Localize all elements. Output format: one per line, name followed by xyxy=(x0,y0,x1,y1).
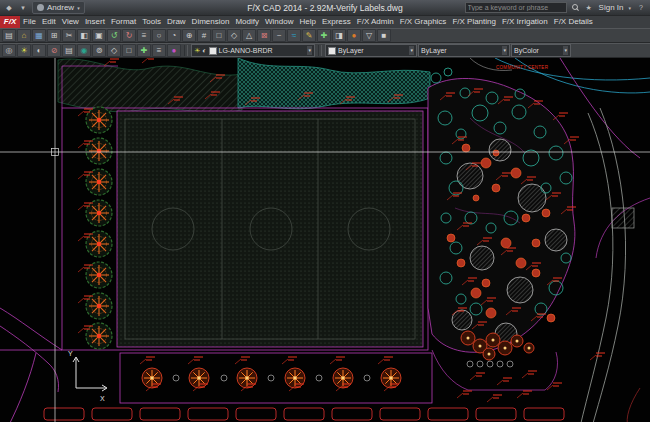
shrub-symbol[interactable] xyxy=(507,277,533,303)
tree-symbol[interactable] xyxy=(381,368,401,388)
menu-help[interactable]: Help xyxy=(296,16,318,28)
circle-tool-icon[interactable]: ○ xyxy=(152,29,166,42)
plant-symbol[interactable] xyxy=(542,209,550,217)
plant-symbol[interactable] xyxy=(486,308,496,318)
spline-tool-icon[interactable]: ~ xyxy=(272,29,286,42)
plant-symbol[interactable] xyxy=(511,168,521,178)
menu-f-x-admin[interactable]: F/X Admin xyxy=(354,16,397,28)
layer-freeze-icon[interactable]: ◐ xyxy=(32,44,46,57)
polygon-tool-icon[interactable]: ◇ xyxy=(227,29,241,42)
search-icon[interactable] xyxy=(572,4,579,11)
copy-icon[interactable]: ◧ xyxy=(77,29,91,42)
plant-symbol[interactable] xyxy=(524,343,534,353)
tree-symbol[interactable] xyxy=(86,107,112,133)
shrub-symbol[interactable] xyxy=(470,246,494,270)
plant-symbol[interactable] xyxy=(511,335,523,347)
plant-symbol[interactable] xyxy=(532,239,540,247)
building-footprint[interactable] xyxy=(612,208,634,228)
tree-symbol[interactable] xyxy=(189,368,209,388)
tree-symbol[interactable] xyxy=(285,368,305,388)
plant-symbol[interactable] xyxy=(462,144,470,152)
menu-f-x-graphics[interactable]: F/X Graphics xyxy=(397,16,450,28)
quick-access-icon[interactable]: ▾ xyxy=(18,4,28,12)
arc-tool-icon[interactable]: ◔ xyxy=(167,29,181,42)
plant-symbol[interactable] xyxy=(473,195,479,201)
menu-f-x-planting[interactable]: F/X Planting xyxy=(449,16,499,28)
list-icon[interactable]: □ xyxy=(122,44,136,57)
tree-symbol[interactable] xyxy=(86,138,112,164)
plant-symbol[interactable] xyxy=(447,234,455,242)
search-input[interactable] xyxy=(465,2,567,13)
color-icon[interactable]: ● xyxy=(167,44,181,57)
paste-icon[interactable]: ▣ xyxy=(92,29,106,42)
tree-symbol[interactable] xyxy=(333,368,353,388)
menu-view[interactable]: View xyxy=(59,16,82,28)
tree-symbol[interactable] xyxy=(86,231,112,257)
plant-symbol[interactable] xyxy=(532,269,540,277)
plot-icon[interactable]: ⊞ xyxy=(47,29,61,42)
menu-tools[interactable]: Tools xyxy=(139,16,164,28)
sign-in-link[interactable]: Sign In xyxy=(599,3,624,12)
measure-icon[interactable]: ✚ xyxy=(137,44,151,57)
zoom-extents-icon[interactable]: ⊕ xyxy=(182,29,196,42)
plant-symbol[interactable] xyxy=(522,214,530,222)
properties-icon[interactable]: ◇ xyxy=(107,44,121,57)
match-properties-icon[interactable]: ≡ xyxy=(137,29,151,42)
make-current-icon[interactable]: ◉ xyxy=(77,44,91,57)
plant-symbol[interactable] xyxy=(461,331,475,345)
app-menu-icon[interactable]: ◆ xyxy=(4,4,14,12)
shrub-symbol[interactable] xyxy=(545,229,567,251)
layer-lock-icon[interactable]: ⊘ xyxy=(47,44,61,57)
menu-f-x-irrigation[interactable]: F/X Irrigation xyxy=(499,16,551,28)
drawing-canvas[interactable]: Y X COMMUNITY CENTER xyxy=(0,58,650,422)
mirror-icon[interactable]: ◨ xyxy=(332,29,346,42)
user-profile-chip[interactable]: Andrew ▾ xyxy=(32,1,85,14)
point-tool-icon[interactable]: ● xyxy=(347,29,361,42)
menu-edit[interactable]: Edit xyxy=(39,16,59,28)
layer-on-icon[interactable]: ☀ xyxy=(17,44,31,57)
menu-express[interactable]: Express xyxy=(319,16,354,28)
erase-icon[interactable]: ⊠ xyxy=(257,29,271,42)
plant-symbol[interactable] xyxy=(547,314,555,322)
redo-icon[interactable]: ↻ xyxy=(122,29,136,42)
add-icon[interactable]: ✚ xyxy=(317,29,331,42)
layer-properties-icon[interactable]: ◎ xyxy=(2,44,16,57)
shrub-symbol[interactable] xyxy=(518,184,546,212)
favorites-icon[interactable]: ★ xyxy=(584,4,594,12)
tree-symbol[interactable] xyxy=(237,368,257,388)
plotstyle-combo[interactable]: ByColor ▾ xyxy=(511,44,571,57)
plant-symbol[interactable] xyxy=(516,258,526,268)
menu-file[interactable]: File xyxy=(20,16,39,28)
sports-field[interactable] xyxy=(117,111,423,347)
fx-logo[interactable]: F/X xyxy=(0,16,20,28)
plant-symbol[interactable] xyxy=(501,238,511,248)
save-file-icon[interactable]: ▦ xyxy=(32,29,46,42)
plant-symbol[interactable] xyxy=(493,150,499,156)
triangle-tool-icon[interactable]: △ xyxy=(242,29,256,42)
cut-icon[interactable]: ✂ xyxy=(62,29,76,42)
hatch-tool-icon[interactable]: ≈ xyxy=(287,29,301,42)
tree-symbol[interactable] xyxy=(142,368,162,388)
layer-states-icon[interactable]: ▤ xyxy=(62,44,76,57)
menu-format[interactable]: Format xyxy=(108,16,139,28)
plant-symbol[interactable] xyxy=(482,279,490,287)
undo-icon[interactable]: ↺ xyxy=(107,29,121,42)
menu-dimension[interactable]: Dimension xyxy=(189,16,233,28)
tree-symbol[interactable] xyxy=(86,200,112,226)
layer-combo[interactable]: ☀ ◐ LG-ANNO-BRDR ▾ xyxy=(191,44,315,57)
rectangle-tool-icon[interactable]: □ xyxy=(212,29,226,42)
grid-icon[interactable]: # xyxy=(197,29,211,42)
site-plan-svg[interactable]: Y X COMMUNITY CENTER xyxy=(0,58,650,422)
menu-insert[interactable]: Insert xyxy=(82,16,108,28)
plant-symbol[interactable] xyxy=(492,184,500,192)
plant-symbol[interactable] xyxy=(483,348,495,360)
plant-symbol[interactable] xyxy=(457,259,465,267)
tree-symbol[interactable] xyxy=(86,262,112,288)
menu-window[interactable]: Window xyxy=(262,16,296,28)
open-file-icon[interactable]: ⌂ xyxy=(17,29,31,42)
text-style-icon[interactable]: ≡ xyxy=(152,44,166,57)
menu-modify[interactable]: Modify xyxy=(232,16,262,28)
edit-icon[interactable]: ✎ xyxy=(302,29,316,42)
menu-f-x-details[interactable]: F/X Details xyxy=(551,16,596,28)
block-icon[interactable]: ■ xyxy=(377,29,391,42)
